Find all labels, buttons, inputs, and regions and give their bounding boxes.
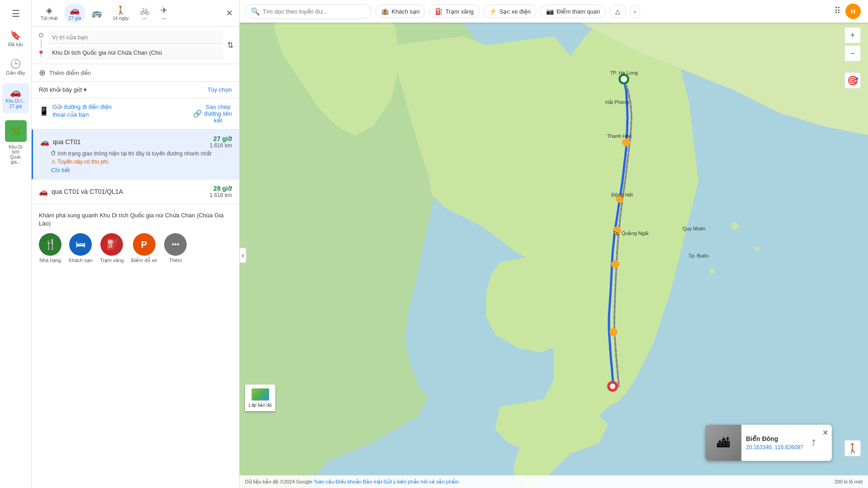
- svg-point-9: [755, 246, 760, 251]
- transport-transit[interactable]: 🚌: [87, 6, 106, 20]
- triangle-icon: △: [615, 8, 620, 15]
- parking-label: Điểm đỗ xe: [131, 258, 157, 263]
- map-data-label: Dữ liệu bản đồ ©2024 Google: [245, 479, 312, 485]
- copy-link-button[interactable]: 🔗 Sao chépđường liênkết: [193, 103, 232, 124]
- search-icon: 🔍: [251, 7, 260, 16]
- privacy-link[interactable]: Bảo mật: [363, 479, 382, 485]
- sidebar-left: ☰ 🔖 Đã lưu 🕒 Gần đây 🚗 Khu Di t...27 giờ…: [0, 0, 32, 488]
- route-car-icon-2: 🚗: [39, 188, 48, 196]
- chevron-right-icon: ›: [634, 8, 636, 15]
- destination-thumbnail: [5, 120, 27, 142]
- transport-best[interactable]: ◈ Tốt nhất: [36, 4, 62, 23]
- explore-icons: 🍴 Nhà hàng 🛏 Khách sạn ⛽ Trạm xăng P Điể…: [39, 233, 232, 263]
- map-header: 🔍 🏨 Khách sạn ⛽ Trạm xăng ⚡ Sạc xe điện …: [240, 0, 868, 23]
- map-search-box[interactable]: 🔍: [245, 4, 372, 19]
- car-nav-icon: 🚗: [10, 87, 21, 98]
- explore-title: Khám phá xung quanh Khu Di tích Quốc gia…: [39, 211, 232, 228]
- restaurant-circle: 🍴: [39, 233, 61, 256]
- destination-pin: 📍: [37, 50, 45, 57]
- my-location-button[interactable]: 🎯: [844, 72, 861, 89]
- info-share-button[interactable]: ⤴: [811, 438, 816, 448]
- svg-text:Tp. Quảng Ngãi: Tp. Quảng Ngãi: [613, 230, 649, 236]
- explore-restaurant[interactable]: 🍴 Nhà hàng: [39, 233, 61, 263]
- zoom-out-button[interactable]: −: [844, 45, 861, 61]
- apps-icon[interactable]: ⠿: [834, 5, 841, 16]
- depart-button[interactable]: Rời khỏi bây giờ ▾: [39, 86, 87, 93]
- svg-text:Tp. Buôn: Tp. Buôn: [689, 253, 709, 258]
- svg-point-10: [709, 268, 715, 274]
- destination-input[interactable]: [48, 47, 223, 59]
- svg-point-13: [621, 76, 627, 82]
- sidebar-item-saved[interactable]: 🔖 Đã lưu: [2, 26, 29, 51]
- route-header-2: 🚗 qua CT01 và CT01/QL1A 28 giờ 1.618 km: [39, 185, 232, 198]
- swap-routes-button[interactable]: ⇅: [227, 40, 234, 50]
- close-directions-button[interactable]: ✕: [224, 6, 235, 20]
- transport-bike[interactable]: 🚲 —: [135, 4, 154, 23]
- link-icon: 🔗: [193, 109, 202, 118]
- zoom-in-button[interactable]: +: [844, 27, 861, 43]
- origin-input[interactable]: [48, 31, 223, 44]
- route-option-1[interactable]: 🚗 qua CT01 27 giờ 1.616 km Ở tình trạng …: [32, 130, 239, 179]
- send-directions-button[interactable]: 📱 Gửi đường đi đến điệnthoại của bạn: [39, 103, 112, 119]
- route-car-icon-1: 🚗: [40, 138, 49, 146]
- svg-text:Quy Nhơn: Quy Nhơn: [683, 226, 705, 231]
- depart-row: Rời khỏi bây giờ ▾ Tùy chọn: [32, 82, 239, 98]
- expand-filters-button[interactable]: ›: [630, 5, 640, 18]
- route-fields: [48, 31, 223, 59]
- layer-thumbnail: [251, 388, 269, 401]
- map-layer-button[interactable]: Lớp bản đồ: [245, 385, 275, 411]
- feedback-link[interactable]: Gửi ý kiến phản hồi về sản phẩm: [384, 479, 459, 485]
- sidebar-item-menu[interactable]: ☰: [2, 5, 29, 23]
- filter-more-button[interactable]: △: [609, 5, 626, 18]
- transport-car[interactable]: 🚗 27 giờ: [64, 4, 86, 23]
- route-name-2: 🚗 qua CT01 và CT01/QL1A: [39, 188, 123, 196]
- route-detail-1[interactable]: Chi tiết: [51, 167, 232, 174]
- route-options-button[interactable]: Tùy chọn: [208, 86, 232, 93]
- add-stop-icon: ⊕: [39, 68, 46, 78]
- explore-more[interactable]: ••• Thêm: [164, 233, 187, 263]
- route-header-1: 🚗 qua CT01 27 giờ 1.616 km: [40, 135, 232, 149]
- globe-link[interactable]: Toàn cầu: [314, 479, 335, 485]
- gas-filter-label: Trạm xăng: [445, 8, 473, 15]
- explore-gas[interactable]: ⛽ Trạm xăng: [100, 233, 124, 263]
- send-text: Gửi đường đi đến điệnthoại của bạn: [52, 103, 112, 119]
- explore-hotel[interactable]: 🛏 Khách sạn: [69, 233, 93, 263]
- hotel-label: Khách sạn: [69, 258, 93, 263]
- svg-point-14: [622, 138, 630, 146]
- transport-plane[interactable]: ✈ —: [156, 4, 172, 23]
- info-close-button[interactable]: ✕: [822, 428, 828, 437]
- route-name-label-1: qua CT01: [53, 138, 80, 145]
- recent-label: Gần đây: [6, 70, 25, 76]
- map-area[interactable]: TP. Hạ Long Hải Phòng Thanh Hóa Đồng Hới…: [240, 0, 868, 488]
- map-search-input[interactable]: [263, 8, 366, 15]
- svg-point-18: [609, 328, 618, 336]
- transport-walk[interactable]: 🚶 14 ngày: [108, 4, 133, 23]
- route-time-2: 28 giờ: [210, 185, 232, 192]
- svg-point-20: [610, 384, 615, 389]
- terms-link[interactable]: Điều khoản: [335, 479, 361, 485]
- route-option-2[interactable]: 🚗 qua CT01 và CT01/QL1A 28 giờ 1.618 km: [32, 179, 239, 204]
- collapse-panel-button[interactable]: ‹: [240, 248, 246, 263]
- svg-text:TP. Hạ Long: TP. Hạ Long: [610, 70, 637, 76]
- svg-text:Hải Phòng: Hải Phòng: [605, 99, 629, 105]
- sidebar-item-recent[interactable]: 🕒 Gần đây: [2, 55, 29, 80]
- scale-label: 200 ki lô mét: [835, 479, 863, 484]
- info-box: 🏙 Biển Đông 20.163340, 116.626097 ⤴ ✕: [705, 425, 832, 461]
- add-stop-row[interactable]: ⊕ Thêm điểm đến: [32, 64, 239, 82]
- walk-icon: 🚶: [116, 5, 126, 15]
- pegman-button[interactable]: 🚶: [844, 440, 861, 456]
- directions-label: Khu Di t...27 giờ: [6, 99, 26, 109]
- filter-ev-button[interactable]: ⚡ Sạc xe điện: [483, 5, 537, 18]
- more-label: Thêm: [169, 258, 182, 263]
- filter-hotel-button[interactable]: 🏨 Khách sạn: [375, 5, 425, 18]
- user-avatar[interactable]: H: [845, 4, 861, 19]
- route-dist-2: 1.618 km: [210, 192, 232, 198]
- route-dots: 📍: [37, 31, 45, 59]
- svg-point-8: [731, 222, 738, 230]
- filter-attraction-button[interactable]: 📷 Điểm tham quan: [540, 5, 606, 18]
- add-stop-label: Thêm điểm đến: [49, 70, 91, 76]
- filter-gas-button[interactable]: ⛽ Trạm xăng: [429, 5, 479, 18]
- svg-text:Thanh Hóa: Thanh Hóa: [607, 133, 632, 139]
- explore-parking[interactable]: P Điểm đỗ xe: [131, 233, 157, 263]
- sidebar-item-directions[interactable]: 🚗 Khu Di t...27 giờ: [2, 83, 29, 113]
